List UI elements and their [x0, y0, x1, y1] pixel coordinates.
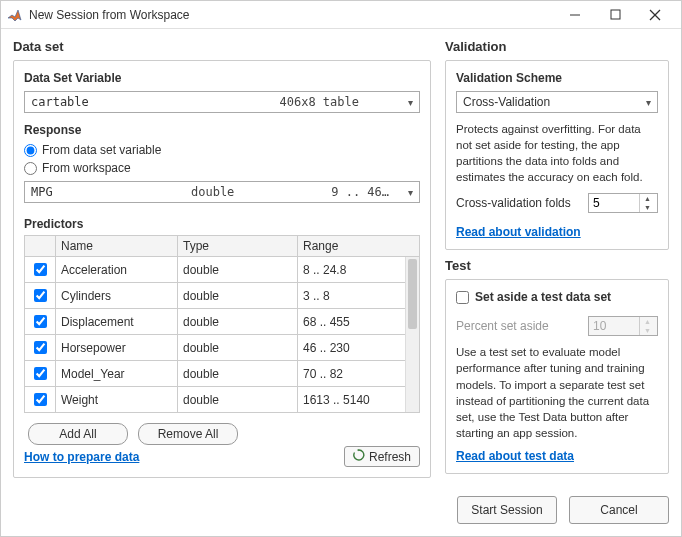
row-type: double: [178, 283, 298, 309]
table-row: Model_Yeardouble70 .. 82: [25, 361, 420, 387]
row-range: 8 .. 24.8: [298, 257, 420, 283]
response-label: Response: [24, 123, 420, 137]
dialog-window: New Session from Workspace Data set Data…: [0, 0, 682, 537]
minimize-button[interactable]: [555, 1, 595, 29]
row-range: 68 .. 455: [298, 309, 420, 335]
row-name: Weight: [56, 387, 178, 413]
data-set-panel: Data set Data Set Variable cartable 406x…: [13, 39, 431, 486]
response-range: 9 .. 46…: [331, 185, 389, 199]
folds-input[interactable]: [589, 196, 639, 210]
table-header-row: Name Type Range: [25, 236, 420, 257]
row-range: 46 .. 230: [298, 335, 420, 361]
folds-row: Cross-validation folds ▲ ▼: [456, 193, 658, 213]
cancel-button[interactable]: Cancel: [569, 496, 669, 524]
radio-label: From data set variable: [42, 143, 161, 157]
set-aside-label: Set aside a test data set: [475, 290, 611, 304]
name-header: Name: [56, 236, 178, 257]
test-group: Set aside a test data set Percent set as…: [445, 279, 669, 474]
validation-group: Validation Scheme Cross-Validation Prote…: [445, 60, 669, 250]
row-checkbox[interactable]: [34, 315, 47, 328]
row-name: Acceleration: [56, 257, 178, 283]
how-to-prepare-link[interactable]: How to prepare data: [24, 450, 139, 464]
table-row: Accelerationdouble8 .. 24.8: [25, 257, 420, 283]
row-type: double: [178, 335, 298, 361]
predictors-table-wrap: Name Type Range Accelerationdouble8 .. 2…: [24, 235, 420, 413]
data-set-group: Data Set Variable cartable 406x8 table R…: [13, 60, 431, 478]
response-value: MPG: [31, 185, 191, 199]
refresh-icon: [353, 449, 365, 464]
validation-description: Protects against overfitting. For data n…: [456, 121, 658, 185]
row-type: double: [178, 387, 298, 413]
read-about-test-link[interactable]: Read about test data: [456, 449, 574, 463]
spinner-up-icon: ▲: [640, 317, 655, 326]
table-row: Displacementdouble68 .. 455: [25, 309, 420, 335]
start-session-button[interactable]: Start Session: [457, 496, 557, 524]
spinner-down-icon[interactable]: ▼: [640, 203, 655, 212]
response-from-dataset-radio[interactable]: From data set variable: [24, 143, 420, 157]
percent-row: Percent set aside ▲ ▼: [456, 316, 658, 336]
row-checkbox[interactable]: [34, 393, 47, 406]
spinner-buttons: ▲ ▼: [639, 194, 655, 212]
table-scrollbar[interactable]: [405, 257, 419, 412]
percent-label: Percent set aside: [456, 319, 580, 333]
table-row: Weightdouble1613 .. 5140: [25, 387, 420, 413]
dropdown-meta: 406x8 table: [280, 95, 359, 109]
matlab-app-icon: [7, 7, 23, 23]
row-checkbox[interactable]: [34, 289, 47, 302]
validation-heading: Validation: [445, 39, 669, 54]
data-set-variable-label: Data Set Variable: [24, 71, 420, 85]
response-variable-dropdown[interactable]: MPG double 9 .. 46…: [24, 181, 420, 203]
content-area: Data set Data Set Variable cartable 406x…: [1, 29, 681, 496]
row-name: Displacement: [56, 309, 178, 335]
close-button[interactable]: [635, 1, 675, 29]
row-range: 70 .. 82: [298, 361, 420, 387]
refresh-button[interactable]: Refresh: [344, 446, 420, 467]
row-checkbox[interactable]: [34, 367, 47, 380]
response-type: double: [191, 185, 321, 199]
remove-all-button[interactable]: Remove All: [138, 423, 238, 445]
validation-scheme-label: Validation Scheme: [456, 71, 658, 85]
row-checkbox[interactable]: [34, 263, 47, 276]
row-type: double: [178, 257, 298, 283]
predictors-table: Name Type Range Accelerationdouble8 .. 2…: [24, 235, 420, 413]
percent-spinner: ▲ ▼: [588, 316, 658, 336]
row-type: double: [178, 361, 298, 387]
table-row: Horsepowerdouble46 .. 230: [25, 335, 420, 361]
data-set-footer: How to prepare data Refresh: [24, 446, 420, 467]
right-panel: Validation Validation Scheme Cross-Valid…: [445, 39, 669, 486]
row-name: Cylinders: [56, 283, 178, 309]
response-from-workspace-radio[interactable]: From workspace: [24, 161, 420, 175]
validation-scheme-dropdown[interactable]: Cross-Validation: [456, 91, 658, 113]
folds-spinner[interactable]: ▲ ▼: [588, 193, 658, 213]
spinner-up-icon[interactable]: ▲: [640, 194, 655, 203]
spinner-buttons: ▲ ▼: [639, 317, 655, 335]
maximize-button[interactable]: [595, 1, 635, 29]
dropdown-value: cartable: [31, 95, 89, 109]
row-name: Model_Year: [56, 361, 178, 387]
validation-scheme-value: Cross-Validation: [463, 95, 550, 109]
read-about-validation-link[interactable]: Read about validation: [456, 225, 581, 239]
set-aside-test-checkbox[interactable]: Set aside a test data set: [456, 290, 658, 304]
checkbox-input[interactable]: [456, 291, 469, 304]
data-set-heading: Data set: [13, 39, 431, 54]
svg-rect-1: [611, 10, 620, 19]
footer-buttons: Start Session Cancel: [1, 496, 681, 536]
predictor-buttons: Add All Remove All: [24, 423, 420, 445]
refresh-label: Refresh: [369, 450, 411, 464]
test-description: Use a test set to evaluate model perform…: [456, 344, 658, 441]
spinner-down-icon: ▼: [640, 326, 655, 335]
row-checkbox[interactable]: [34, 341, 47, 354]
radio-input[interactable]: [24, 144, 37, 157]
titlebar: New Session from Workspace: [1, 1, 681, 29]
percent-input: [589, 319, 639, 333]
range-header: Range: [298, 236, 420, 257]
data-set-variable-dropdown[interactable]: cartable 406x8 table: [24, 91, 420, 113]
window-title: New Session from Workspace: [29, 8, 555, 22]
radio-input[interactable]: [24, 162, 37, 175]
scrollbar-thumb[interactable]: [408, 259, 417, 329]
row-name: Horsepower: [56, 335, 178, 361]
type-header: Type: [178, 236, 298, 257]
table-row: Cylindersdouble3 .. 8: [25, 283, 420, 309]
row-range: 1613 .. 5140: [298, 387, 420, 413]
add-all-button[interactable]: Add All: [28, 423, 128, 445]
